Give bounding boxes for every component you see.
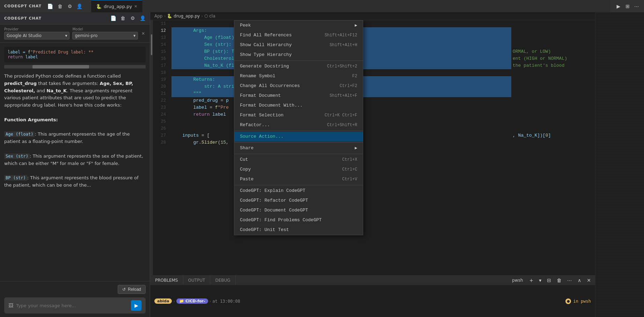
menu-separator-5 — [234, 185, 363, 185]
prompt-folder-badge: 📁 CICD-for- — [176, 298, 208, 304]
menu-item-format-doc-with[interactable]: Format Document With... — [234, 101, 363, 110]
menu-item-format-doc[interactable]: Format Document Shift+Alt+F — [234, 91, 363, 101]
model-value: gemini-pro — [75, 33, 97, 38]
menu-item-generate-docstring[interactable]: Generate Docstring Ctrl+Shift+2 — [234, 62, 363, 71]
menu-copy-label: Copy — [240, 166, 251, 173]
title-bar: CODEGPT CHAT 📄 🗑 ⚙ 👤 🐍 drug_app.py ✕ ▶ ⊞… — [0, 0, 644, 12]
terminal-label: pwsh — [510, 278, 525, 283]
tab-close-icon[interactable]: ✕ — [134, 4, 137, 9]
terminal-more-icon[interactable]: ⋯ — [566, 278, 573, 283]
gear-icon[interactable]: ⚙ — [67, 3, 73, 9]
bottom-tab-problems-label: PROBLEMS — [155, 278, 178, 283]
menu-item-copy[interactable]: Copy Ctrl+C — [234, 165, 363, 174]
chat-file-icon[interactable]: 📄 — [110, 15, 116, 21]
menu-item-cut[interactable]: Cut Ctrl+X — [234, 155, 363, 165]
menu-refactor-shortcut: Ctrl+Shift+R — [327, 122, 357, 129]
image-icon: 🖼 — [8, 303, 13, 308]
menu-cut-label: Cut — [240, 156, 248, 163]
terminal-status-badge: ● — [565, 298, 571, 304]
bottom-content: abida › 📁 CICD-for- › at 13:00:08 ● in p… — [150, 285, 595, 317]
message-input[interactable] — [16, 303, 128, 308]
menu-item-format-selection[interactable]: Format Selection Ctrl+K Ctrl+F — [234, 110, 363, 120]
menu-share-label: Share — [240, 145, 254, 152]
chat-user-icon[interactable]: 👤 — [139, 15, 146, 21]
chat-title: CODEGPT CHAT — [4, 16, 42, 21]
terminal-split-icon[interactable]: ⊟ — [546, 278, 552, 283]
menu-item-codegpt-refactor[interactable]: CodeGPT: Refactor CodeGPT — [234, 196, 363, 206]
tab-file-icon: 🐍 — [96, 4, 102, 9]
bottom-panel: PROBLEMS OUTPUT DEBUG pwsh + ▾ ⊟ 🗑 ⋯ ∧ ✕ — [150, 275, 595, 317]
provider-select[interactable]: Google AI Studio ▾ — [4, 32, 69, 39]
title-bar-icons: 📄 🗑 ⚙ 👤 — [47, 3, 83, 9]
right-minimap-panel — [595, 12, 644, 317]
menu-peek-label: Peek — [240, 22, 251, 29]
menu-change-all-label: Change All Occurrences — [240, 82, 300, 89]
menu-item-paste[interactable]: Paste Ctrl+V — [234, 174, 363, 184]
terminal-close-icon[interactable]: ✕ — [585, 278, 592, 283]
menu-find-refs-shortcut: Shift+Alt+F12 — [324, 32, 357, 39]
bottom-tab-problems[interactable]: PROBLEMS — [150, 275, 183, 285]
code-editor[interactable]: 11 12 13 14 15 16 17 18 19 20 21 22 23 2… — [150, 20, 595, 275]
menu-codegpt-document-label: CodeGPT: Document CodeGPT — [240, 207, 308, 214]
prompt-folder-sep: › — [210, 299, 211, 304]
tab-filename: drug_app.py — [104, 4, 132, 9]
context-menu: Peek ▶ Find All References Shift+Alt+F12… — [234, 20, 363, 235]
menu-source-action-label: Source Action... — [240, 133, 284, 140]
model-select[interactable]: gemini-pro ▾ — [72, 32, 138, 39]
menu-separator-4 — [234, 154, 363, 154]
bottom-tab-output[interactable]: OUTPUT — [183, 275, 211, 285]
chat-trash-icon[interactable]: 🗑 — [120, 15, 126, 21]
menu-item-refactor[interactable]: Refactor... Ctrl+Shift+R — [234, 120, 363, 130]
terminal-right: ● in pwsh — [565, 298, 591, 304]
code-scrollbar[interactable] — [4, 65, 146, 69]
menu-refactor-label: Refactor... — [240, 122, 270, 129]
user-icon[interactable]: 👤 — [76, 3, 83, 9]
model-label: Model — [72, 27, 138, 31]
model-group: Model gemini-pro ▾ — [72, 27, 138, 39]
file-icon[interactable]: 📄 — [47, 3, 53, 9]
menu-paste-label: Paste — [240, 176, 254, 183]
menu-codegpt-refactor-label: CodeGPT: Refactor CodeGPT — [240, 197, 308, 204]
message-input-row: 🖼 ▶ — [4, 297, 146, 314]
menu-item-change-all[interactable]: Change All Occurrences Ctrl+F2 — [234, 81, 363, 91]
menu-item-codegpt-explain[interactable]: CodeGPT: Explain CodeGPT — [234, 186, 363, 196]
chat-gear-icon[interactable]: ⚙ — [130, 15, 136, 21]
terminal-plus-icon[interactable]: + — [528, 278, 535, 283]
chat-footer: ↺ Reload 🖼 ▶ — [0, 281, 150, 317]
reload-button[interactable]: ↺ Reload — [118, 285, 146, 294]
model-close-icon[interactable]: ✕ — [141, 30, 146, 37]
terminal-chevron-icon[interactable]: ▾ — [537, 278, 543, 283]
tab-bar: 🐍 drug_app.py ✕ — [91, 0, 610, 12]
menu-item-share[interactable]: Share ▶ — [234, 143, 363, 153]
code-line-1: label = f"Predicted Drug label: ** — [8, 50, 142, 55]
provider-chevron: ▾ — [65, 33, 67, 38]
more-icon[interactable]: ⋯ — [634, 3, 640, 9]
menu-item-find-refs[interactable]: Find All References Shift+Alt+F12 — [234, 30, 363, 40]
terminal-trash-icon[interactable]: 🗑 — [555, 278, 563, 283]
run-icon[interactable]: ▶ — [615, 3, 622, 9]
menu-item-peek[interactable]: Peek ▶ — [234, 21, 363, 30]
menu-type-hierarchy-label: Show Type Hierarchy — [240, 51, 292, 58]
arg-age: Age (float): This argument represents th… — [4, 131, 146, 145]
terminal-up-icon[interactable]: ∧ — [576, 278, 583, 283]
tab-drug-app[interactable]: 🐍 drug_app.py ✕ — [91, 0, 142, 12]
layout-icon[interactable]: ⊞ — [624, 3, 631, 9]
model-chevron: ▾ — [133, 33, 136, 38]
menu-format-doc-with-label: Format Document With... — [240, 102, 302, 109]
arg-sex: Sex (str): This argument represents the … — [4, 153, 146, 167]
trash-icon[interactable]: 🗑 — [57, 3, 63, 9]
menu-item-source-action[interactable]: Source Action... — [234, 132, 363, 142]
chat-description: The provided Python code defines a funct… — [4, 73, 146, 189]
menu-item-codegpt-find-problems[interactable]: CodeGPT: Find Problems CodeGPT — [234, 215, 363, 225]
bottom-tab-debug[interactable]: DEBUG — [210, 275, 235, 285]
menu-item-call-hierarchy[interactable]: Show Call Hierarchy Shift+Alt+H — [234, 40, 363, 50]
provider-group: Provider Google AI Studio ▾ — [4, 27, 69, 39]
send-button[interactable]: ▶ — [131, 300, 141, 311]
menu-codegpt-find-problems-label: CodeGPT: Find Problems CodeGPT — [240, 217, 322, 224]
menu-item-codegpt-unit-test[interactable]: CodeGPT: Unit Test — [234, 225, 363, 235]
menu-item-rename[interactable]: Rename Symbol F2 — [234, 71, 363, 81]
menu-format-selection-label: Format Selection — [240, 112, 284, 119]
menu-item-type-hierarchy[interactable]: Show Type Hierarchy — [234, 50, 363, 60]
menu-item-codegpt-document[interactable]: CodeGPT: Document CodeGPT — [234, 206, 363, 215]
chat-header: CODEGPT CHAT 📄 🗑 ⚙ 👤 — [0, 12, 150, 24]
